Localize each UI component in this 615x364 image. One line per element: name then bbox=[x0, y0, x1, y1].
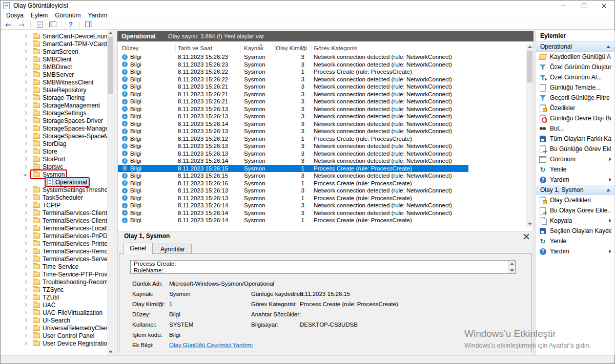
scroll-up-button[interactable] bbox=[509, 261, 515, 267]
event-row[interactable]: Bilgi8.11.2023 15:26:14Sysmon3Network co… bbox=[118, 120, 468, 128]
scroll-down-button[interactable] bbox=[107, 349, 114, 355]
tree-item[interactable]: UAC bbox=[1, 301, 106, 309]
event-row[interactable]: Bilgi8.11.2023 15:26:12Sysmon1Process Cr… bbox=[118, 135, 468, 143]
action-item[interactable]: Özel Görünüm Oluştur... bbox=[536, 62, 614, 72]
menu-action[interactable]: Eylem bbox=[27, 11, 51, 19]
tree-item[interactable]: TerminalServices-ClientUSB... bbox=[1, 217, 106, 224]
event-row[interactable]: Bilgi8.11.2023 15:26:23Sysmon3Network co… bbox=[118, 53, 468, 61]
close-details-icon[interactable] bbox=[523, 233, 529, 239]
action-item[interactable]: Günlüğü Temizle... bbox=[536, 82, 614, 93]
tree-item[interactable]: Store bbox=[1, 147, 106, 155]
action-item[interactable]: Yenile bbox=[536, 236, 614, 246]
chevron-collapsed-icon[interactable] bbox=[24, 111, 27, 115]
show-console-tree-button[interactable] bbox=[48, 20, 57, 29]
chevron-collapsed-icon[interactable] bbox=[24, 295, 27, 299]
tree-item[interactable]: SystemSettingsThreshold bbox=[1, 186, 106, 194]
column-header-event-id[interactable]: Olay Kimliği bbox=[276, 44, 312, 53]
chevron-expanded-icon[interactable] bbox=[24, 173, 27, 176]
tree-item[interactable]: User Control Panel bbox=[1, 332, 106, 339]
column-header-category[interactable]: Görev Kategorisi bbox=[312, 44, 466, 53]
action-item[interactable]: Yenile bbox=[536, 164, 614, 175]
tree-item[interactable]: SmartCard-TPM-VCard-Mo... bbox=[1, 40, 106, 48]
chevron-collapsed-icon[interactable] bbox=[24, 272, 27, 276]
collapse-icon[interactable] bbox=[606, 46, 610, 48]
event-row[interactable]: Bilgi8.11.2023 15:26:13Sysmon3Network co… bbox=[118, 113, 468, 120]
tree-item[interactable]: UI-Search bbox=[1, 316, 106, 324]
tree-item[interactable]: StorDiag bbox=[1, 140, 106, 147]
action-item[interactable]: Özellikler bbox=[536, 103, 614, 113]
chevron-collapsed-icon[interactable] bbox=[24, 265, 27, 268]
action-item[interactable]: Bu Olaya Görev Ekle... bbox=[536, 205, 614, 216]
chevron-collapsed-icon[interactable] bbox=[24, 242, 27, 245]
tree-item[interactable]: SMBDirect bbox=[1, 63, 106, 71]
tree-vertical-scrollbar[interactable] bbox=[107, 30, 114, 355]
chevron-collapsed-icon[interactable] bbox=[24, 73, 27, 76]
chevron-collapsed-icon[interactable] bbox=[24, 34, 27, 38]
tree-item[interactable]: StorageSpaces-Driver bbox=[1, 117, 106, 124]
action-item[interactable]: Görünüm bbox=[536, 154, 614, 164]
export-list-button[interactable] bbox=[35, 20, 44, 29]
chevron-collapsed-icon[interactable] bbox=[24, 142, 27, 145]
menu-view[interactable]: Görünüm bbox=[51, 11, 84, 19]
tree-item[interactable]: StorageSpaces-Managemen... bbox=[1, 124, 106, 132]
event-row[interactable]: Bilgi8.11.2023 15:26:13Sysmon3Network co… bbox=[118, 105, 468, 113]
chevron-collapsed-icon[interactable] bbox=[24, 188, 27, 191]
action-item[interactable]: Tüm Olayları Farklı Kay... bbox=[536, 134, 614, 144]
chevron-collapsed-icon[interactable] bbox=[24, 42, 27, 46]
event-row[interactable]: Bilgi8.11.2023 15:26:13Sysmon1Process Cr… bbox=[118, 195, 468, 202]
event-row[interactable]: Bilgi8.11.2023 15:26:14Sysmon1Process Cr… bbox=[118, 217, 468, 224]
action-item[interactable]: Günlüğü Devre Dışı Bırak bbox=[536, 113, 614, 123]
event-row[interactable]: Bilgi8.11.2023 15:26:14Sysmon3Network co… bbox=[118, 209, 468, 217]
tree-item[interactable]: TerminalServices-RemoteCo... bbox=[1, 247, 106, 255]
chevron-collapsed-icon[interactable] bbox=[24, 80, 27, 84]
chevron-collapsed-icon[interactable] bbox=[24, 203, 27, 207]
chevron-collapsed-icon[interactable] bbox=[24, 126, 27, 130]
event-row[interactable]: Bilgi8.11.2023 15:26:22Sysmon1Process Cr… bbox=[118, 68, 468, 76]
tree-item[interactable]: StateRepository bbox=[1, 86, 106, 94]
actions-section-header[interactable]: Olay 1, Sysmon bbox=[536, 185, 614, 195]
chevron-collapsed-icon[interactable] bbox=[24, 226, 27, 230]
chevron-collapsed-icon[interactable] bbox=[24, 50, 27, 53]
show-action-pane-button[interactable] bbox=[84, 20, 93, 29]
chevron-collapsed-icon[interactable] bbox=[24, 88, 27, 92]
chevron-collapsed-icon[interactable] bbox=[24, 219, 27, 222]
tree-item[interactable]: TZUtil bbox=[1, 293, 106, 301]
tree-item[interactable]: TZSync bbox=[1, 286, 106, 293]
chevron-collapsed-icon[interactable] bbox=[24, 196, 27, 199]
chevron-collapsed-icon[interactable] bbox=[24, 311, 27, 314]
scroll-down-button[interactable] bbox=[526, 221, 533, 227]
tree-item[interactable]: TerminalServices-ClientActi... bbox=[1, 209, 106, 217]
event-row[interactable]: Bilgi8.11.2023 15:26:15Sysmon1Process Cr… bbox=[118, 165, 468, 173]
chevron-collapsed-icon[interactable] bbox=[24, 211, 27, 215]
chevron-collapsed-icon[interactable] bbox=[24, 318, 27, 322]
tree-item[interactable]: TerminalServices-PnPDevic... bbox=[1, 232, 106, 240]
event-row[interactable]: Bilgi8.11.2023 15:26:14Sysmon3Network co… bbox=[118, 202, 468, 209]
table-vertical-scrollbar[interactable] bbox=[526, 44, 533, 227]
action-item[interactable]: Yardım bbox=[536, 175, 614, 185]
maximize-button[interactable] bbox=[573, 1, 594, 11]
collapse-icon[interactable] bbox=[606, 189, 610, 191]
scrollbar-thumb[interactable] bbox=[527, 51, 532, 82]
chevron-collapsed-icon[interactable] bbox=[24, 57, 27, 61]
action-item[interactable]: Özel Görünüm Al... bbox=[536, 72, 614, 82]
tree-item[interactable]: User Device Registration bbox=[1, 339, 106, 347]
menu-file[interactable]: Dosya bbox=[3, 11, 27, 19]
event-row[interactable]: Bilgi8.11.2023 15:26:15Sysmon3Network co… bbox=[118, 172, 468, 180]
scroll-up-button[interactable] bbox=[107, 30, 114, 36]
event-description-box[interactable]: Process Create: RuleName: - bbox=[130, 260, 516, 274]
event-row[interactable]: Bilgi8.11.2023 15:26:13Sysmon3Network co… bbox=[118, 187, 468, 195]
tree-item[interactable]: TerminalServices-LocalSessi... bbox=[1, 224, 106, 232]
scroll-down-button[interactable] bbox=[509, 267, 515, 273]
chevron-collapsed-icon[interactable] bbox=[24, 149, 27, 153]
menu-help[interactable]: Yardım bbox=[84, 11, 111, 19]
chevron-collapsed-icon[interactable] bbox=[24, 134, 27, 138]
tree-item[interactable]: StorPort bbox=[1, 155, 106, 163]
event-row[interactable]: Bilgi8.11.2023 15:26:23Sysmon3Network co… bbox=[118, 61, 468, 69]
action-item[interactable]: Geçerli Günlüğe Filtre ... bbox=[536, 93, 614, 103]
help-button[interactable]: ? bbox=[66, 20, 75, 29]
chevron-collapsed-icon[interactable] bbox=[24, 234, 27, 238]
action-item[interactable]: Yardım bbox=[536, 246, 614, 256]
tree-item[interactable]: TerminalServices-ServerUSB... bbox=[1, 255, 106, 263]
event-row[interactable]: Bilgi8.11.2023 15:26:13Sysmon3Network co… bbox=[118, 142, 468, 150]
chevron-collapsed-icon[interactable] bbox=[24, 257, 27, 261]
